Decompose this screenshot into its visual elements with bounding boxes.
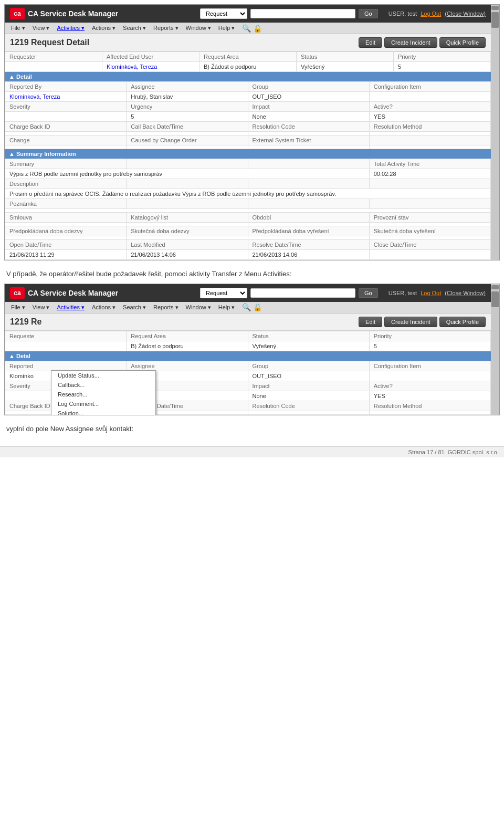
quick-profile-button-2[interactable]: Quick Profile bbox=[439, 317, 486, 327]
page-container: ca CA Service Desk Manager Request Go US… bbox=[0, 0, 504, 836]
requester-label: Requester bbox=[5, 52, 102, 62]
detail-section-header-2[interactable]: ▲ Detal bbox=[5, 351, 491, 361]
smlouva-labels-row: Smlouva Katalogový list Období Provozní … bbox=[5, 213, 491, 223]
request-area-value: B) Žádost o podporu bbox=[200, 62, 297, 72]
edit-button[interactable]: Edit bbox=[359, 37, 382, 48]
description-label: Description bbox=[5, 179, 127, 189]
affected-user-link[interactable]: Klomínková, Tereza bbox=[107, 64, 157, 70]
menu-file[interactable]: File ▾ bbox=[8, 24, 28, 33]
doba-values-row bbox=[5, 236, 491, 240]
header-buttons-2: Edit Create Incident Quick Profile bbox=[359, 317, 486, 327]
logout-link-2[interactable]: Log Out bbox=[421, 290, 441, 296]
scrollbar-thumb-second[interactable] bbox=[491, 291, 499, 307]
bottom-text: vyplní do pole New Assignee svůj kontakt… bbox=[4, 415, 500, 438]
menu-activities-2[interactable]: Activities ▾ bbox=[54, 303, 87, 312]
doba-labels-row: Předpokládaná doba odezvy Skutečná doba … bbox=[5, 226, 491, 236]
menu-help-2[interactable]: Help ▾ bbox=[215, 303, 238, 312]
close-window-link-2[interactable]: (Close Window) bbox=[445, 290, 486, 296]
go-button[interactable]: Go bbox=[359, 9, 378, 18]
priority-value-2: 5 bbox=[369, 341, 490, 351]
activities-dropdown-overlay: Update Status... Callback... Research...… bbox=[51, 370, 156, 415]
menu-search[interactable]: Search ▾ bbox=[120, 24, 149, 33]
page-footer: Strana 17 / 81 GORDIC spol. s r.o. bbox=[0, 446, 504, 457]
assignee-value: Hrubý, Stanislav bbox=[127, 92, 248, 102]
skutecna-vyreseni-label: Skutečná doba vyřešení bbox=[369, 226, 490, 236]
menu-view-2[interactable]: View ▾ bbox=[29, 303, 53, 312]
user-text: USER, test bbox=[388, 11, 417, 17]
summary-section-header[interactable]: ▲ Summary Information bbox=[5, 149, 491, 159]
user-info-bar: USER, test Log Out (Close Window) bbox=[388, 11, 486, 17]
priority-value: 5 bbox=[394, 62, 491, 72]
resolution-method-value bbox=[369, 132, 490, 135]
scrollbar-thumb-first[interactable] bbox=[491, 12, 499, 28]
menu-window-2[interactable]: Window ▾ bbox=[183, 303, 214, 312]
menu-search-2[interactable]: Search ▾ bbox=[120, 303, 149, 312]
scrollbar-second[interactable] bbox=[491, 284, 499, 415]
menu-item-solution[interactable]: Solution... bbox=[51, 409, 155, 415]
status-label-2: Status bbox=[248, 331, 369, 341]
edit-button-2[interactable]: Edit bbox=[359, 317, 382, 327]
second-screenshot: ca CA Service Desk Manager Request Go US… bbox=[4, 284, 500, 415]
menu-item-update-status[interactable]: Update Status... bbox=[51, 371, 155, 380]
close-window-link[interactable]: (Close Window) bbox=[445, 11, 486, 17]
quick-profile-button[interactable]: Quick Profile bbox=[439, 37, 486, 48]
logout-link[interactable]: Log Out bbox=[421, 11, 441, 17]
create-incident-button[interactable]: Create Incident bbox=[384, 37, 437, 48]
search-input-2[interactable] bbox=[250, 288, 355, 298]
request-area-label-2: Request Area bbox=[127, 331, 248, 341]
urgency-label: Urgency bbox=[127, 102, 248, 112]
scrollbar-first[interactable] bbox=[491, 5, 499, 260]
poznamka-value-row bbox=[5, 209, 491, 213]
predpokladana-vyreseni-label: Předpokládaná doba vyřešení bbox=[248, 226, 369, 236]
resolution-label-2: Resolution Code bbox=[248, 401, 369, 411]
search-type-dropdown-2[interactable]: Request bbox=[200, 288, 247, 298]
external-ticket-label: External System Ticket bbox=[248, 135, 369, 145]
active-value-2: YES bbox=[369, 391, 490, 401]
go-button-2[interactable]: Go bbox=[359, 288, 378, 298]
close-date-value bbox=[369, 250, 490, 260]
menu-help[interactable]: Help ▾ bbox=[215, 24, 238, 33]
group-value: OUT_ISEO bbox=[248, 92, 369, 102]
total-activity-value: 00:02:28 bbox=[369, 169, 490, 179]
resolution-method-label-2: Resolution Method bbox=[369, 401, 490, 411]
menu-window[interactable]: Window ▾ bbox=[183, 24, 214, 33]
menu-reports[interactable]: Reports ▾ bbox=[150, 24, 182, 33]
request-area-value-2: B) Žádost o podporu bbox=[127, 341, 248, 351]
config-item-value bbox=[369, 92, 490, 102]
menu-activities[interactable]: Activities ▾ bbox=[54, 24, 87, 33]
logo-area-2: ca CA Service Desk Manager bbox=[10, 287, 118, 299]
menu-file-2[interactable]: File ▾ bbox=[8, 303, 28, 312]
search-type-dropdown[interactable]: Request bbox=[200, 8, 247, 19]
affected-user-label: Affected End User bbox=[102, 52, 200, 62]
first-screenshot: ca CA Service Desk Manager Request Go US… bbox=[4, 4, 500, 260]
menu-reports-2[interactable]: Reports ▾ bbox=[150, 303, 182, 312]
page-header-2: 1219 Re Edit Create Incident Quick Profi… bbox=[5, 314, 491, 331]
menu-actions[interactable]: Actions ▾ bbox=[89, 24, 119, 33]
severity-label: Severity bbox=[5, 102, 127, 112]
smlouva-label: Smlouva bbox=[5, 213, 127, 223]
detail-section-header[interactable]: ▲ Detail bbox=[5, 72, 491, 81]
predpokladana-label: Předpokládaná doba odezvy bbox=[5, 226, 127, 236]
icons-area: 🔍 🔒 bbox=[242, 24, 262, 33]
menu-item-callback[interactable]: Callback... bbox=[51, 380, 155, 390]
poznamka-label-row: Poznámka bbox=[5, 199, 491, 209]
group-label-2: Group bbox=[248, 361, 369, 371]
menu-actions-2[interactable]: Actions ▾ bbox=[89, 303, 119, 312]
description-value-row: Prosim o předání na správce OCIS. Žádáme… bbox=[5, 189, 491, 199]
create-incident-button-2[interactable]: Create Incident bbox=[384, 317, 437, 327]
menu-item-log-comment[interactable]: Log Comment... bbox=[51, 399, 155, 409]
menu-item-research[interactable]: Research... bbox=[51, 390, 155, 399]
menu-view[interactable]: View ▾ bbox=[29, 24, 53, 33]
search-input[interactable] bbox=[250, 9, 355, 18]
footer-page-info: Strana 17 / 81 bbox=[408, 449, 445, 455]
group-label: Group bbox=[248, 82, 369, 92]
top-info-table-2: Requeste Request Area Status Priority B)… bbox=[5, 331, 491, 351]
main-content: ca CA Service Desk Manager Request Go US… bbox=[0, 0, 504, 442]
footer-company: GORDIC spol. s r.o. bbox=[448, 449, 499, 455]
first-screenshot-main: ca CA Service Desk Manager Request Go US… bbox=[5, 5, 491, 260]
reported-by-link[interactable]: Klomínková, Tereza bbox=[9, 93, 60, 100]
charge-back-label: Charge Back ID bbox=[5, 122, 127, 132]
top-values-row: Klomínková, Tereza B) Žádost o podporu V… bbox=[5, 62, 491, 72]
poznamka-label: Poznámka bbox=[5, 199, 127, 209]
app-title-2: CA Service Desk Manager bbox=[28, 289, 118, 297]
